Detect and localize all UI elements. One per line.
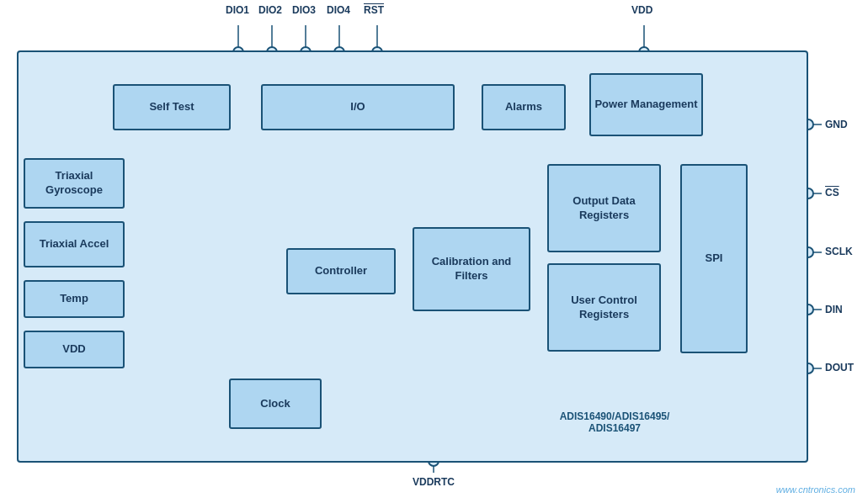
temp-block: Temp bbox=[24, 280, 125, 318]
pin-label-dio3: DIO3 bbox=[292, 4, 316, 16]
pin-label-gnd: GND bbox=[825, 119, 848, 130]
pin-label-dio1: DIO1 bbox=[226, 4, 249, 16]
pin-label-vdd-top: VDD bbox=[631, 4, 652, 16]
watermark: www.cntronics.com bbox=[776, 484, 855, 495]
pin-label-dio4: DIO4 bbox=[327, 4, 350, 16]
diagram-container: DIO1 DIO2 DIO3 DIO4 RST VDD GND CS SCLK … bbox=[0, 0, 868, 503]
pin-label-rst: RST bbox=[364, 4, 384, 16]
pin-label-din: DIN bbox=[825, 304, 843, 315]
pin-label-dio2: DIO2 bbox=[258, 4, 282, 16]
pin-label-cs: CS bbox=[825, 187, 839, 199]
io-block: I/O bbox=[261, 84, 455, 130]
vdd-sensor-block: VDD bbox=[24, 331, 125, 368]
pin-label-sclk: SCLK bbox=[825, 246, 853, 257]
pin-label-vddrtc: VDDRTC bbox=[413, 476, 455, 488]
user-regs-block: User Control Registers bbox=[547, 263, 661, 352]
spi-block: SPI bbox=[680, 164, 748, 353]
power-management-block: Power Management bbox=[589, 73, 703, 136]
chip-id-label: ADIS16490/ADIS16495/ADIS16497 bbox=[530, 410, 699, 434]
output-regs-block: Output Data Registers bbox=[547, 164, 661, 252]
controller-block: Controller bbox=[286, 248, 396, 294]
pin-label-dout: DOUT bbox=[825, 362, 854, 373]
accel-block: Triaxial Accel bbox=[24, 221, 125, 267]
clock-block: Clock bbox=[229, 379, 322, 429]
self-test-block: Self Test bbox=[113, 84, 231, 130]
alarms-block: Alarms bbox=[482, 84, 566, 130]
cal-filters-block: Calibration and Filters bbox=[413, 227, 530, 311]
gyro-block: Triaxial Gyroscope bbox=[24, 158, 125, 209]
